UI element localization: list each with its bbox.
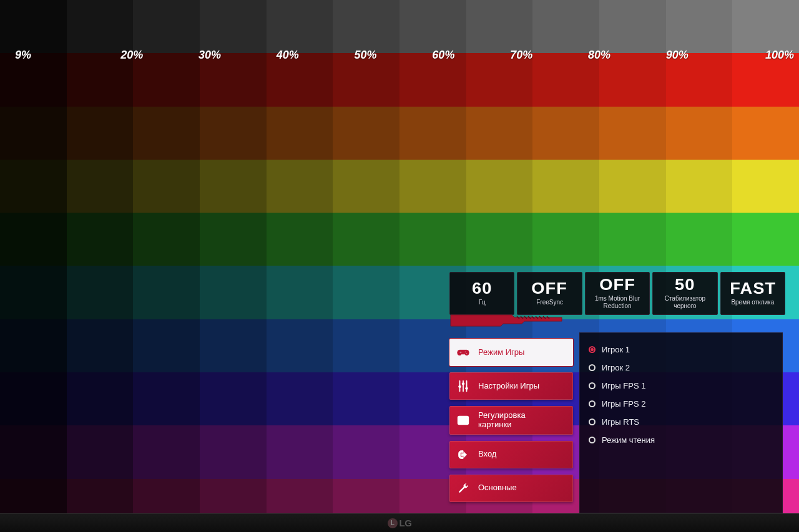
- submenu-item[interactable]: Режим чтения: [589, 431, 773, 449]
- submenu-label: Игры RTS: [602, 417, 639, 427]
- menu-label: Основные: [478, 483, 517, 493]
- status-value: OFF: [588, 276, 647, 293]
- percent-labels: 9%20%30%40%50%60%70%80%90%100%: [0, 49, 799, 62]
- percent-label: 60%: [404, 49, 483, 62]
- status-value: 50: [655, 276, 715, 293]
- status-value: FAST: [723, 280, 782, 296]
- status-label: Время отклика: [725, 299, 781, 306]
- osd-left-menu: Режим ИгрыНастройки ИгрыРегулировка карт…: [449, 339, 573, 502]
- submenu-label: Игрок 2: [602, 363, 630, 372]
- radio-icon: [589, 437, 596, 443]
- gamepad-icon: [454, 344, 472, 361]
- menu-item-tools[interactable]: Основные: [449, 475, 573, 502]
- percent-label: 70%: [483, 49, 561, 62]
- radio-icon: [589, 364, 596, 371]
- status-bar: 60ГцOFFFreeSyncOFF1ms Motion Blur Reduct…: [449, 272, 785, 315]
- status-value: 60: [453, 280, 512, 296]
- svg-point-10: [462, 383, 464, 385]
- menu-label: Настройки Игры: [478, 382, 539, 391]
- submenu-item[interactable]: Игрок 1: [589, 341, 773, 359]
- osd-connector-decoration: [449, 314, 785, 329]
- submenu-label: Режим чтения: [602, 435, 655, 445]
- percent-label: 20%: [93, 49, 171, 62]
- radio-icon: [589, 346, 596, 353]
- monitor-bezel: L LG: [0, 513, 799, 532]
- submenu-label: Игрок 1: [602, 345, 630, 354]
- submenu-item[interactable]: Игры FPS 1: [589, 377, 773, 395]
- radio-icon: [589, 418, 596, 425]
- status-card: OFFFreeSync: [517, 272, 582, 315]
- submenu-label: Игры FPS 1: [602, 381, 645, 390]
- menu-item-picture[interactable]: Регулировка картинки: [449, 406, 573, 435]
- menu-label: Регулировка картинки: [478, 411, 526, 430]
- status-label: Стабилизатор черного: [657, 295, 713, 309]
- submenu-item[interactable]: Игрок 2: [589, 359, 773, 377]
- picture-icon: [454, 412, 472, 429]
- status-label: 1ms Motion Blur Reduction: [589, 295, 645, 309]
- status-card: FASTВремя отклика: [720, 272, 785, 315]
- percent-label: 100%: [716, 49, 799, 62]
- status-card: OFF1ms Motion Blur Reduction: [585, 272, 650, 315]
- sliders-icon: [454, 377, 472, 395]
- svg-point-13: [461, 418, 463, 420]
- lg-logo: L LG: [388, 518, 412, 528]
- percent-label: 30%: [171, 49, 249, 62]
- status-card: 60Гц: [449, 272, 514, 315]
- percent-label: 9%: [0, 49, 93, 62]
- input-icon: [454, 446, 472, 463]
- submenu-item[interactable]: Игры RTS: [589, 413, 773, 431]
- menu-item-sliders[interactable]: Настройки Игры: [449, 372, 573, 400]
- tools-icon: [454, 480, 472, 497]
- status-label: FreeSync: [521, 299, 577, 306]
- menu-item-gamepad[interactable]: Режим Игры: [449, 339, 573, 366]
- percent-label: 90%: [638, 49, 716, 62]
- percent-label: 40%: [248, 49, 326, 62]
- menu-label: Режим Игры: [478, 348, 524, 357]
- percent-label: 80%: [561, 49, 639, 62]
- menu-item-input[interactable]: Вход: [449, 441, 573, 468]
- status-card: 50Стабилизатор черного: [652, 272, 717, 315]
- menu-label: Вход: [478, 450, 496, 459]
- svg-point-14: [459, 491, 461, 492]
- svg-point-11: [466, 387, 468, 390]
- submenu-item[interactable]: Игры FPS 2: [589, 395, 773, 413]
- svg-point-9: [459, 385, 461, 388]
- radio-icon: [589, 400, 596, 407]
- submenu-label: Игры FPS 2: [602, 399, 645, 409]
- percent-label: 50%: [326, 49, 404, 62]
- radio-icon: [589, 382, 596, 389]
- status-value: OFF: [520, 280, 579, 296]
- status-label: Гц: [454, 299, 510, 306]
- osd-submenu: Игрок 1Игрок 2Игры FPS 1Игры FPS 2Игры R…: [579, 332, 783, 513]
- osd-menu: 60ГцOFFFreeSyncOFF1ms Motion Blur Reduct…: [449, 272, 785, 513]
